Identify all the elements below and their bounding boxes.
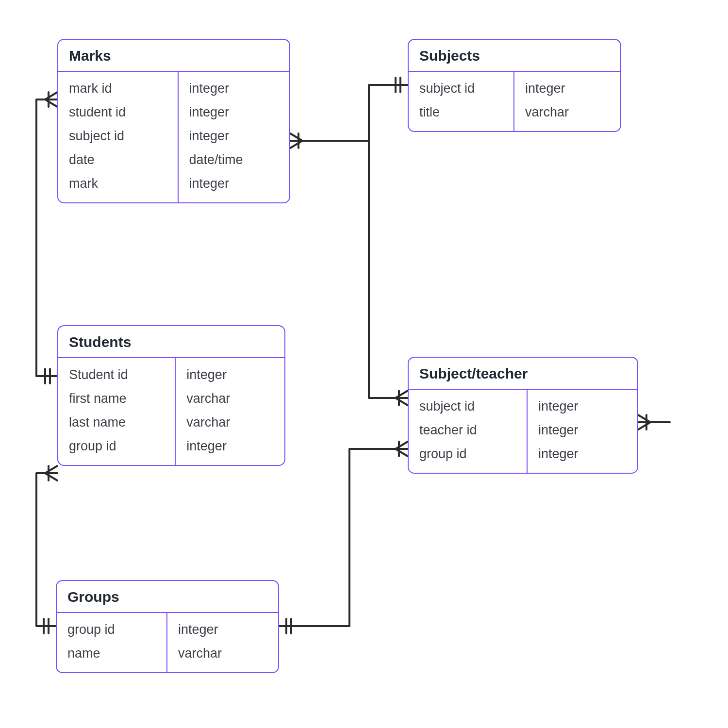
field-name: subject id <box>409 77 513 100</box>
field-type: integer <box>528 395 637 418</box>
field-name: name <box>57 642 166 665</box>
entity-title: Students <box>58 326 284 358</box>
field-name: mark <box>58 172 178 196</box>
field-type: integer <box>167 618 278 642</box>
entity-subject-teacher: Subject/teacher subject id teacher id gr… <box>408 357 638 474</box>
field-name: first name <box>58 387 175 411</box>
entity-title: Groups <box>57 581 278 613</box>
field-type: integer <box>179 77 289 100</box>
entity-title: Subject/teacher <box>409 358 637 390</box>
entity-subjects: Subjects subject id title integer varcha… <box>408 39 621 132</box>
entity-title: Marks <box>58 40 289 72</box>
field-name: subject id <box>58 124 178 148</box>
field-type: integer <box>528 442 637 466</box>
field-type: date/time <box>179 148 289 172</box>
field-name: group id <box>409 442 527 466</box>
field-type: integer <box>528 418 637 442</box>
field-type: varchar <box>167 642 278 665</box>
entity-marks: Marks mark id student id subject id date… <box>57 39 290 203</box>
entity-groups: Groups group id name integer varchar <box>56 580 279 673</box>
field-name: teacher id <box>409 418 527 442</box>
field-name: mark id <box>58 77 178 100</box>
field-type: integer <box>179 124 289 148</box>
entity-title: Subjects <box>409 40 620 72</box>
field-type: varchar <box>176 411 284 434</box>
field-type: varchar <box>514 100 620 124</box>
field-type: integer <box>176 363 284 387</box>
field-type: integer <box>179 100 289 124</box>
field-name: Student id <box>58 363 175 387</box>
field-type: integer <box>179 172 289 196</box>
field-name: date <box>58 148 178 172</box>
field-type: integer <box>514 77 620 100</box>
field-name: last name <box>58 411 175 434</box>
field-name: title <box>409 100 513 124</box>
field-name: group id <box>57 618 166 642</box>
field-name: subject id <box>409 395 527 418</box>
field-name: group id <box>58 434 175 458</box>
field-type: integer <box>176 434 284 458</box>
field-name: student id <box>58 100 178 124</box>
field-type: varchar <box>176 387 284 411</box>
entity-students: Students Student id first name last name… <box>57 325 285 466</box>
